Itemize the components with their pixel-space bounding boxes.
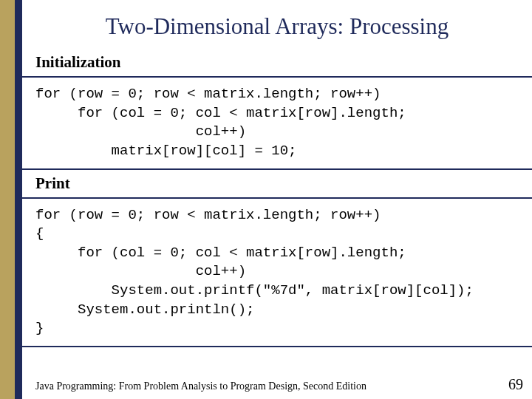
section-label-print: Print <box>22 170 532 199</box>
page-number: 69 <box>508 376 523 393</box>
left-stripe-navy <box>15 0 22 399</box>
section-label-initialization: Initialization <box>22 49 532 78</box>
code-block-print: for (row = 0; row < matrix.length; row++… <box>22 199 532 347</box>
slide-content: Two-Dimensional Arrays: Processing Initi… <box>22 0 532 399</box>
footer: Java Programming: From Problem Analysis … <box>35 376 523 393</box>
left-stripe-gold <box>0 0 15 399</box>
code-block-initialization: for (row = 0; row < matrix.length; row++… <box>22 78 532 170</box>
page-title: Two-Dimensional Arrays: Processing <box>22 0 532 49</box>
footer-book-title: Java Programming: From Problem Analysis … <box>35 381 366 392</box>
